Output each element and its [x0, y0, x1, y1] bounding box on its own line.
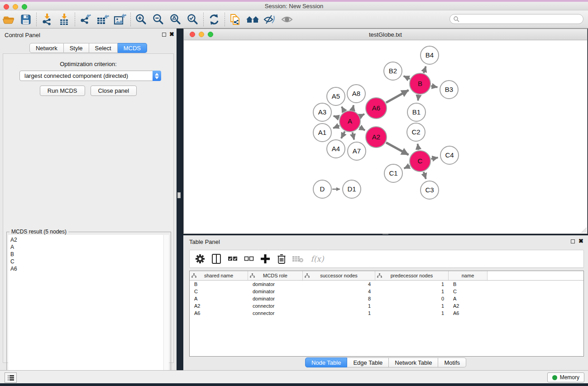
zoom-fit-button[interactable] — [167, 12, 184, 27]
resize-grip-icon[interactable] — [580, 227, 587, 233]
graph-node-D[interactable]: D — [313, 180, 331, 198]
export-network-button[interactable] — [77, 12, 94, 27]
tab-network[interactable]: Network — [29, 43, 64, 53]
tab-motifs[interactable]: Motifs — [438, 357, 466, 367]
graph-node-B1[interactable]: B1 — [407, 103, 425, 121]
graph-node-C3[interactable]: C3 — [421, 181, 439, 199]
table-close-panel-icon[interactable]: ✖ — [578, 238, 583, 244]
graph-edge-C-C1[interactable] — [404, 166, 410, 168]
column-header-predecessor-nodes[interactable]: predecessor nodes — [375, 271, 449, 280]
graph-node-A4[interactable]: A4 — [327, 140, 345, 158]
tab-style[interactable]: Style — [64, 43, 89, 53]
table-float-panel-icon[interactable] — [571, 239, 575, 243]
add-column-button[interactable] — [258, 252, 272, 266]
graph-edge-A-A5[interactable] — [342, 107, 344, 112]
tab-edge-table[interactable]: Edge Table — [347, 357, 389, 367]
graph-edge-C-C3[interactable] — [424, 172, 426, 179]
show-graphics-details-button[interactable] — [261, 12, 278, 27]
task-history-button[interactable] — [5, 372, 17, 383]
search-input[interactable] — [459, 15, 583, 23]
graph-node-C4[interactable]: C4 — [440, 146, 459, 164]
unselect-all-button[interactable] — [242, 252, 256, 266]
tab-node-table[interactable]: Node Table — [305, 357, 348, 367]
delete-table-button[interactable] — [291, 252, 305, 266]
graph-node-A2[interactable]: A2 — [366, 127, 387, 148]
save-session-button[interactable] — [17, 12, 34, 27]
result-list-item[interactable]: C — [10, 258, 163, 265]
result-scrollbar[interactable] — [163, 235, 169, 386]
result-list-item[interactable]: A6 — [10, 265, 163, 272]
graph-edge-A-A1[interactable] — [333, 125, 339, 128]
mcds-result-list[interactable]: A2ABCA6 — [8, 235, 163, 386]
result-list-item[interactable]: B — [10, 251, 163, 258]
graph-edge-A-A2[interactable] — [359, 127, 365, 130]
window-titlebar[interactable]: Session: New Session — [0, 2, 588, 10]
column-header-name[interactable]: name — [449, 271, 488, 280]
result-list-item[interactable]: A — [10, 243, 163, 251]
network-window-titlebar[interactable]: testGlobe.txt — [184, 29, 587, 40]
graph-node-B[interactable]: B — [410, 73, 430, 94]
delete-column-button[interactable] — [275, 252, 288, 266]
graph-edge-B-B1[interactable] — [418, 95, 419, 100]
graph-edge-A-A6[interactable] — [360, 114, 364, 116]
export-table-button[interactable] — [94, 12, 111, 27]
graph-edge-C-C4[interactable] — [431, 157, 438, 159]
graph-node-B4[interactable]: B4 — [421, 46, 439, 64]
import-network-button[interactable] — [38, 12, 56, 27]
network-canvas[interactable]: AA1A2A3A4A5A6A7A8BB1B2B3B4CC1C2C3C4DD1 — [184, 40, 587, 234]
zoom-out-button[interactable] — [150, 12, 167, 27]
table-row[interactable]: A6connector11A6 — [190, 310, 583, 317]
run-mcds-button[interactable]: Run MCDS — [40, 86, 85, 96]
new-network-from-selection-button[interactable] — [227, 12, 244, 27]
table-row[interactable]: Adominator80A — [190, 295, 583, 302]
graph-node-A3[interactable]: A3 — [313, 103, 331, 121]
column-browser-button[interactable] — [210, 252, 223, 266]
graph-node-A1[interactable]: A1 — [313, 124, 331, 142]
graph-node-B2[interactable]: B2 — [384, 62, 402, 80]
column-header-shared-name[interactable]: shared name — [190, 271, 248, 280]
tab-mcds[interactable]: MCDS — [118, 43, 147, 53]
criterion-dropdown[interactable]: largest connected component (directed) — [19, 71, 161, 81]
tab-select[interactable]: Select — [89, 43, 118, 53]
graph-node-C[interactable]: C — [410, 151, 430, 172]
import-table-button[interactable] — [56, 12, 73, 27]
tab-network-table[interactable]: Network Table — [389, 357, 438, 367]
graph-node-A5[interactable]: A5 — [327, 87, 345, 105]
graph-node-A7[interactable]: A7 — [348, 142, 366, 160]
graph-edge-B-B4[interactable] — [424, 67, 426, 73]
graph-edge-A6-B[interactable] — [386, 90, 409, 103]
zoom-selected-button[interactable] — [184, 12, 201, 27]
column-header-MCDS-role[interactable]: MCDS role — [248, 271, 303, 280]
graph-node-D1[interactable]: D1 — [343, 180, 361, 198]
graph-node-C2[interactable]: C2 — [407, 123, 425, 141]
memory-button[interactable]: Memory — [547, 372, 584, 382]
zoom-in-button[interactable] — [133, 12, 150, 27]
select-all-button[interactable] — [226, 252, 239, 266]
close-panel-button[interactable]: Close panel — [91, 86, 137, 96]
graph-edge-A2-C[interactable] — [386, 143, 409, 155]
graph-node-A8[interactable]: A8 — [347, 85, 365, 103]
graph-node-A[interactable]: A — [339, 111, 360, 132]
table-row[interactable]: Bdominator41B — [190, 281, 583, 288]
result-list-item[interactable]: A2 — [10, 236, 163, 243]
open-session-button[interactable] — [0, 12, 17, 27]
vertical-splitter-handle[interactable] — [177, 192, 181, 198]
column-header-successor-nodes[interactable]: successor nodes — [303, 271, 375, 280]
graph-edge-B-B2[interactable] — [404, 76, 410, 79]
table-row[interactable]: Cdominator41C — [190, 288, 583, 295]
graph-edge-A-A7[interactable] — [353, 132, 354, 139]
table-settings-button[interactable] — [193, 252, 207, 266]
graph-edge-A-A3[interactable] — [334, 116, 339, 118]
graph-edge-B-B3[interactable] — [431, 86, 437, 87]
node-table[interactable]: shared nameMCDS rolesuccessor nodesprede… — [189, 271, 584, 357]
apply-layout-button[interactable] — [206, 12, 223, 27]
show-hide-button[interactable] — [278, 12, 296, 27]
graph-edge-C-C2[interactable] — [418, 144, 419, 150]
search-field[interactable] — [449, 14, 583, 24]
graph-node-A6[interactable]: A6 — [366, 98, 387, 119]
graph-edge-A-A4[interactable] — [341, 131, 345, 138]
table-row[interactable]: A2connector11A2 — [190, 302, 583, 310]
close-panel-icon[interactable]: ✖ — [169, 31, 174, 38]
float-panel-icon[interactable] — [162, 33, 166, 37]
graph-node-B3[interactable]: B3 — [440, 81, 458, 99]
